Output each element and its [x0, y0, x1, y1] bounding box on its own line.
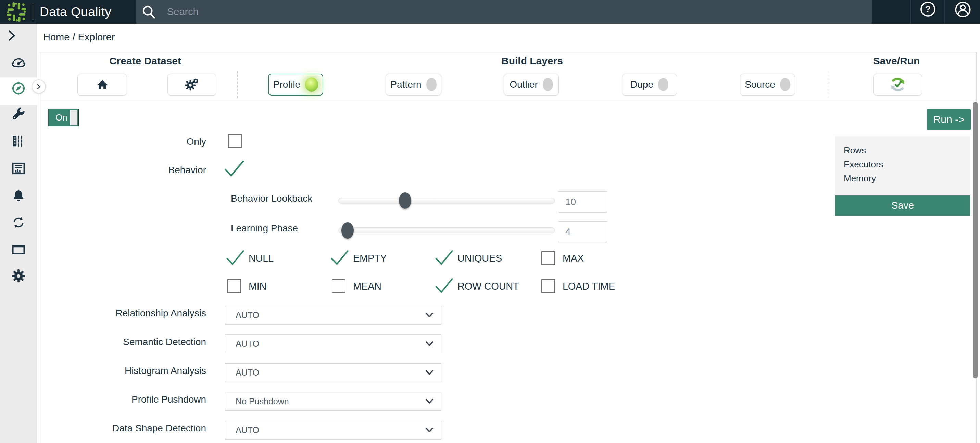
search-bar[interactable]	[136, 0, 872, 24]
save-run-step-button[interactable]	[873, 74, 922, 95]
step-group-separator	[237, 71, 238, 98]
run-sync-check-icon	[889, 75, 907, 94]
sidebar-item-tools[interactable]	[0, 102, 37, 129]
search-icon	[141, 4, 157, 20]
data-shape-detection-select[interactable]: AUTO	[225, 421, 441, 440]
resource-item-executors[interactable]: Executors	[844, 157, 970, 171]
behavior-checkbox-checked[interactable]	[223, 159, 245, 180]
learning-phase-slider[interactable]	[338, 227, 555, 233]
check-icon	[223, 159, 245, 179]
settings-gear-icon	[11, 268, 26, 284]
layer-button-pattern[interactable]: Pattern	[385, 74, 441, 95]
layer-button-profile[interactable]: Profile	[268, 74, 323, 95]
user-menu-button[interactable]	[946, 0, 980, 24]
min-label: MIN	[248, 281, 266, 291]
profile-pushdown-select[interactable]: No Pushdown	[225, 392, 441, 411]
max-checkbox[interactable]	[541, 251, 555, 265]
layer-label: Pattern	[390, 79, 421, 90]
sidebar-item-scheduler[interactable]	[0, 236, 37, 263]
behavior-label: Behavior	[103, 165, 206, 175]
mean-checkbox[interactable]	[332, 279, 345, 293]
behavior-lookback-label: Behavior Lookback	[231, 194, 312, 204]
source-status-dot-off	[780, 78, 790, 91]
layer-label: Outlier	[509, 79, 538, 90]
tools-wrench-icon	[11, 107, 26, 123]
gears-icon	[185, 77, 199, 92]
learning-phase-slider-thumb[interactable]	[341, 222, 354, 239]
help-icon: ?	[920, 1, 936, 17]
sidebar-expand-chevron-icon[interactable]	[5, 29, 19, 43]
steps-divider	[39, 101, 976, 101]
resource-item-memory[interactable]: Memory	[844, 171, 970, 186]
logo-icon	[6, 2, 27, 22]
topbar-separator-2	[944, 0, 945, 24]
sidebar-item-settings[interactable]	[0, 263, 37, 289]
toggle-label: On	[56, 109, 67, 126]
null-label: NULL	[248, 253, 274, 263]
reports-icon	[11, 160, 26, 176]
chevron-down-icon	[425, 427, 433, 433]
layer-button-outlier[interactable]: Outlier	[504, 74, 559, 95]
chevron-right-icon	[35, 83, 42, 90]
section-title-build-layers: Build Layers	[464, 55, 601, 67]
section-title-save-run: Save/Run	[828, 55, 965, 67]
help-button[interactable]: ?	[911, 0, 945, 24]
select-value: AUTO	[235, 425, 425, 435]
sidebar-item-reports[interactable]	[0, 155, 37, 182]
only-label: Only	[103, 137, 206, 147]
outlier-status-dot-off	[543, 78, 553, 91]
home-step-button[interactable]	[77, 74, 127, 95]
chevron-down-icon	[425, 370, 433, 376]
scheduler-icon	[11, 241, 26, 257]
min-checkbox[interactable]	[228, 279, 241, 293]
resources-panel: Rows Executors Memory	[835, 136, 970, 195]
resource-item-rows[interactable]: Rows	[844, 143, 970, 157]
top-bar: Data Quality ?	[0, 0, 980, 24]
relationship-analysis-select[interactable]: AUTO	[225, 306, 441, 324]
sidebar-item-catalog[interactable]	[0, 128, 37, 154]
chevron-down-icon	[425, 341, 433, 347]
behavior-lookback-slider[interactable]	[338, 197, 555, 204]
explorer-compass-icon	[10, 80, 27, 97]
sidebar-item-alerts[interactable]	[0, 183, 37, 209]
profile-on-toggle[interactable]: On	[48, 109, 79, 126]
user-avatar-icon	[954, 1, 971, 18]
layer-button-source[interactable]: Source	[740, 74, 795, 95]
pattern-status-dot-off	[426, 78, 437, 91]
load-time-checkbox[interactable]	[541, 279, 555, 293]
uniques-label: UNIQUES	[457, 253, 502, 263]
panel-expander-button[interactable]	[32, 80, 46, 94]
layer-button-dupe[interactable]: Dupe	[622, 74, 677, 95]
search-input[interactable]	[167, 6, 818, 17]
section-title-create-dataset: Create Dataset	[77, 55, 214, 67]
dashboard-gauge-icon	[11, 54, 26, 70]
only-checkbox[interactable]	[228, 134, 242, 148]
sidebar-item-dashboard[interactable]	[0, 49, 37, 75]
chevron-down-icon	[425, 313, 433, 318]
configure-step-button[interactable]	[167, 74, 216, 95]
empty-checkbox-checked[interactable]	[330, 249, 350, 268]
sidebar-item-jobs[interactable]	[0, 209, 37, 236]
save-button[interactable]: Save	[835, 195, 970, 216]
behavior-lookback-slider-thumb[interactable]	[399, 192, 411, 209]
sidebar-item-explorer[interactable]	[0, 75, 37, 102]
row-count-checkbox-checked[interactable]	[434, 277, 454, 296]
toggle-knob[interactable]	[70, 110, 77, 125]
chevron-down-icon	[425, 399, 433, 404]
vertical-scrollbar-thumb[interactable]	[973, 102, 978, 378]
histogram-analysis-select[interactable]: AUTO	[225, 363, 441, 382]
learning-phase-value-input[interactable]	[558, 221, 607, 242]
behavior-lookback-value-input[interactable]	[558, 191, 607, 213]
null-checkbox-checked[interactable]	[225, 249, 245, 268]
jobs-sync-icon	[11, 214, 26, 230]
empty-label: EMPTY	[353, 253, 387, 263]
run-button[interactable]: Run ->	[927, 109, 971, 130]
data-shape-detection-label: Data Shape Detection	[35, 423, 206, 434]
uniques-checkbox-checked[interactable]	[434, 249, 454, 268]
app-logo[interactable]	[0, 0, 33, 24]
catalog-columns-icon	[11, 133, 26, 149]
breadcrumb[interactable]: Home / Explorer	[43, 24, 115, 51]
learning-phase-label: Learning Phase	[231, 223, 298, 233]
semantic-detection-select[interactable]: AUTO	[225, 335, 441, 353]
load-time-label: LOAD TIME	[563, 281, 615, 291]
